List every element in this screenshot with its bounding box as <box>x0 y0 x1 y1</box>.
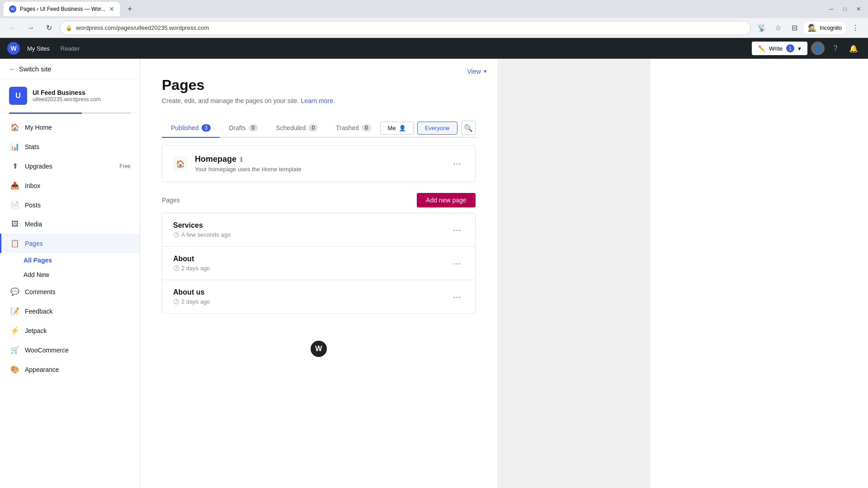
cast-icon[interactable]: 📡 <box>755 21 769 35</box>
tab-trashed-count: 0 <box>362 124 371 131</box>
sidebar-item-stats[interactable]: 📊 Stats <box>0 137 140 156</box>
about-us-name: About us <box>173 288 450 296</box>
posts-icon: 📄 <box>10 201 19 209</box>
switch-site-button[interactable]: ← Switch site <box>0 59 140 80</box>
sidebar-item-feedback[interactable]: 📝 Feedback <box>0 301 140 321</box>
wp-topbar: W My Sites Reader ✏️ Write 1 ▾ 👤 ? 🔔 <box>0 38 868 59</box>
reader-link[interactable]: Reader <box>57 43 84 54</box>
sidebar-item-label: WooCommerce <box>25 347 69 354</box>
user-avatar[interactable]: 👤 <box>811 42 825 55</box>
clock-icon: 🕐 <box>173 299 179 305</box>
pages-sub-header: Pages Add new page <box>162 193 476 207</box>
wp-logo[interactable]: W <box>7 42 20 55</box>
about-us-meta: 🕐 2 days ago <box>173 298 450 305</box>
status-bar: https://wordpress.com/pages/uifeed20235.… <box>497 38 651 488</box>
window-controls: ─ □ ✕ <box>826 3 864 15</box>
tabs-bar: Published 3 Drafts 0 Scheduled 0 Trashed… <box>162 119 476 138</box>
window-close-button[interactable]: ✕ <box>853 3 864 15</box>
page-subtitle: Create, edit, and manage the pages on yo… <box>162 97 476 104</box>
sidebar-item-my-home[interactable]: 🏠 My Home <box>0 117 140 137</box>
view-button[interactable]: View ▾ <box>467 68 486 75</box>
sidebar-item-inbox[interactable]: 📥 Inbox <box>0 176 140 195</box>
sidebar-item-label: Appearance <box>25 366 59 373</box>
app-container: W My Sites Reader ✏️ Write 1 ▾ 👤 ? 🔔 ← S… <box>0 38 868 488</box>
tab-scheduled[interactable]: Scheduled 0 <box>267 119 327 138</box>
sidebar-subitem-all-pages[interactable]: All Pages <box>0 253 140 267</box>
sidebar-item-label: Upgrades <box>25 163 52 170</box>
filter-everyone-button[interactable]: Everyone <box>417 122 458 135</box>
about-menu-button[interactable]: ⋯ <box>450 256 464 271</box>
address-bar[interactable]: 🔒 wordpress.com/pages/uifeed20235.wordpr… <box>60 21 751 35</box>
sidebar-toggle-icon[interactable]: ⊟ <box>787 21 802 35</box>
notifications-icon[interactable]: 🔔 <box>846 41 861 56</box>
sidebar-item-label: Stats <box>25 143 39 150</box>
sidebar-item-label: Media <box>25 221 42 228</box>
tab-close-button[interactable]: ✕ <box>109 5 114 13</box>
homepage-card: 🏠 Homepage ℹ Your homepage uses the Home… <box>162 145 476 182</box>
tab-published[interactable]: Published 3 <box>162 119 220 138</box>
about-us-menu-button[interactable]: ⋯ <box>450 290 464 304</box>
forward-button[interactable]: → <box>24 21 38 35</box>
tab-trashed-label: Trashed <box>336 124 359 131</box>
sidebar-item-label: Posts <box>25 202 41 209</box>
my-sites-link[interactable]: My Sites <box>24 43 53 54</box>
write-button[interactable]: ✏️ Write 1 ▾ <box>752 42 807 55</box>
services-menu-button[interactable]: ⋯ <box>450 223 464 237</box>
window-minimize-button[interactable]: ─ <box>826 3 837 15</box>
pages-icon: 📋 <box>10 239 19 248</box>
pages-section-title: Pages <box>162 197 180 204</box>
homepage-menu-button[interactable]: ⋯ <box>450 156 464 171</box>
sidebar-item-upgrades[interactable]: ⬆ Upgrades Free <box>0 156 140 176</box>
chevron-down-icon: ▾ <box>484 68 486 75</box>
sidebar-item-comments[interactable]: 💬 Comments <box>0 282 140 301</box>
homepage-info: Homepage ℹ Your homepage uses the Home t… <box>195 155 443 173</box>
sidebar-item-label: Comments <box>25 288 56 296</box>
tab-drafts[interactable]: Drafts 0 <box>220 119 267 138</box>
woocommerce-icon: 🛒 <box>10 346 19 354</box>
tab-drafts-count: 0 <box>249 124 258 131</box>
write-count-badge: 1 <box>786 44 794 52</box>
homepage-meta: Your homepage uses the Home template <box>195 166 443 173</box>
learn-more-link[interactable]: Learn more. <box>301 97 335 104</box>
page-title: Pages <box>162 77 476 94</box>
site-avatar: U <box>9 87 27 105</box>
sidebar-item-posts[interactable]: 📄 Posts <box>0 195 140 215</box>
toolbar-actions: 📡 ☆ ⊟ 🕵️ Incognito ⋮ <box>755 21 863 35</box>
incognito-badge: 🕵️ Incognito <box>803 22 846 34</box>
bookmark-icon[interactable]: ☆ <box>771 21 785 35</box>
sidebar-item-appearance[interactable]: 🎨 Appearance <box>0 360 140 379</box>
media-icon: 🖼 <box>10 220 19 228</box>
address-text: wordpress.com/pages/uifeed20235.wordpres… <box>76 24 209 31</box>
sidebar-item-label: My Home <box>25 124 52 131</box>
browser-tab[interactable]: W Pages ‹ UI Feed Business — Wor... ✕ <box>4 2 120 16</box>
stats-icon: 📊 <box>10 142 19 151</box>
page-list-item-services: Services 🕐 A few seconds ago ⋯ <box>162 213 476 246</box>
sidebar-item-pages[interactable]: 📋 Pages <box>0 234 140 253</box>
window-maximize-button[interactable]: □ <box>839 3 851 15</box>
new-tab-button[interactable]: + <box>123 3 136 15</box>
page-list-item-about-us: About us 🕐 2 days ago ⋯ <box>162 280 476 314</box>
jetpack-icon: ⚡ <box>10 326 19 335</box>
menu-button[interactable]: ⋮ <box>848 21 863 35</box>
search-button[interactable]: 🔍 <box>461 121 476 135</box>
sidebar-item-label: Feedback <box>25 308 52 315</box>
about-info: About 🕐 2 days ago <box>173 255 450 272</box>
info-icon[interactable]: ℹ <box>240 156 242 163</box>
home-icon: 🏠 <box>10 123 19 131</box>
back-button[interactable]: ← <box>5 21 20 35</box>
site-details: UI Feed Business uifeed20235.wordpress.c… <box>33 89 101 103</box>
help-icon[interactable]: ? <box>828 41 843 56</box>
write-label: Write <box>769 45 783 52</box>
tabs-filter: Me 👤 Everyone 🔍 <box>380 121 476 135</box>
tab-trashed[interactable]: Trashed 0 <box>327 119 380 138</box>
sidebar-item-woocommerce[interactable]: 🛒 WooCommerce <box>0 340 140 360</box>
reload-button[interactable]: ↻ <box>42 21 56 35</box>
sidebar-subitem-add-new[interactable]: Add New <box>0 267 140 282</box>
browser-titlebar: W Pages ‹ UI Feed Business — Wor... ✕ + … <box>0 0 868 18</box>
lock-icon: 🔒 <box>66 25 72 31</box>
sidebar-item-media[interactable]: 🖼 Media <box>0 215 140 234</box>
sidebar-item-jetpack[interactable]: ⚡ Jetpack <box>0 321 140 340</box>
filter-me-button[interactable]: Me 👤 <box>380 122 414 135</box>
filter-everyone-label: Everyone <box>425 125 450 131</box>
add-new-page-button[interactable]: Add new page <box>417 193 476 207</box>
